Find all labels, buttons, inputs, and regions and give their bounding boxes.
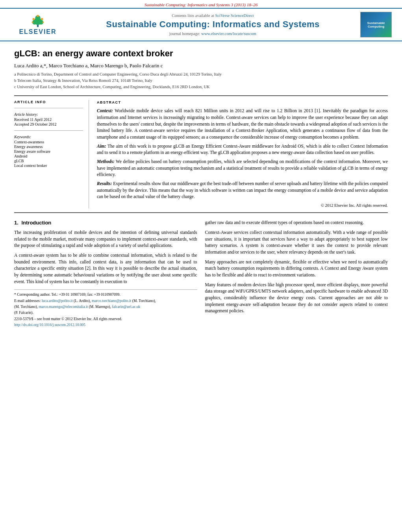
footnote-falcarin: (P. Falcarin).: [14, 310, 197, 315]
footnote-doi: http://dx.doi.org/10.1016/j.suscom.2012.…: [14, 323, 197, 328]
journal-title: Sustainable Computing: Informatics and S…: [69, 19, 356, 30]
journal-thumb-text: Sustainable Computing: [361, 21, 391, 28]
methods-text: We define policies based on battery cons…: [97, 159, 388, 177]
right-paragraph-3: gather raw data and to execute different…: [205, 219, 388, 226]
context-label: Context:: [97, 108, 113, 113]
page: Sustainable Computing: Informatics and S…: [0, 0, 402, 532]
authors-line: Luca Ardito a,*, Marco Torchiano a, Marc…: [14, 63, 388, 69]
footnote-email3-link[interactable]: marco.marengo@telecomitalia.it: [39, 305, 88, 309]
affiliations: a Politecnico di Torino, Department of C…: [14, 71, 388, 90]
keyword-2: Energy awareness: [14, 145, 83, 149]
footnote-doi-link[interactable]: http://dx.doi.org/10.1016/j.suscom.2012.…: [14, 323, 85, 327]
info-divider-top: [14, 108, 83, 108]
elsevier-logo-area: ELSEVIER: [6, 14, 69, 35]
main-content: 1. Introduction The increasing prolifera…: [14, 219, 388, 328]
article-info-col: ARTICLE INFO Article history: Received 1…: [14, 100, 89, 208]
footnote-issn: 2210-5379/$ – see front matter © 2012 El…: [14, 317, 197, 322]
affiliation-b: b Telecom Italia, Strategy & Innovation,…: [14, 78, 388, 84]
journal-thumbnail: Sustainable Computing: [356, 12, 396, 37]
abstract-col: ABSTRACT Context: Worldwide mobile devic…: [97, 100, 388, 208]
keyword-6: Local context broker: [14, 163, 83, 168]
svg-point-6: [41, 18, 43, 20]
keyword-4: Android: [14, 154, 83, 158]
right-paragraph-6: Many features of modern devices like hig…: [205, 282, 388, 314]
article-info-title: ARTICLE INFO: [14, 100, 83, 104]
article-title: gLCB: an energy aware context broker: [14, 48, 388, 59]
article-body: gLCB: an energy aware context broker Luc…: [0, 41, 402, 336]
intro-paragraph-2: A context-aware system has to be able to…: [14, 252, 197, 285]
abstract-methods: Methods: We define policies based on bat…: [97, 158, 388, 178]
elsevier-tree-icon: [28, 14, 48, 28]
context-text: Worldwide mobile device sales will reach…: [97, 108, 388, 139]
svg-point-7: [32, 22, 33, 23]
history-label: Article history:: [14, 112, 83, 117]
info-divider-mid: [14, 130, 83, 131]
footnote-email-label: E-mail addresses:: [14, 299, 41, 303]
results-text: Experimental results show that our middl…: [97, 181, 388, 199]
footnote-email2-name: (M. Torchiano),: [132, 299, 156, 303]
affiliation-b-text: b Telecom Italia, Strategy & Innovation,…: [14, 78, 152, 84]
abstract-results: Results: Experimental results show that …: [97, 180, 388, 200]
footnote-emails2: (M. Torchiano), marco.marengo@telecomita…: [14, 304, 197, 310]
accepted-date: Accepted 29 October 2012: [14, 122, 83, 126]
affiliation-c-text: c University of East London, School of A…: [14, 84, 210, 90]
intro-paragraph-1: The increasing proliferation of mobile d…: [14, 229, 197, 249]
col-right: gather raw data and to execute different…: [205, 219, 388, 328]
elsevier-wordmark: ELSEVIER: [19, 28, 56, 35]
journal-citation: Sustainable Computing: Informatics and S…: [144, 2, 258, 7]
copyright-line: © 2012 Elsevier Inc. All rights reserved…: [97, 202, 388, 208]
abstract-title: ABSTRACT: [97, 100, 388, 105]
svg-point-9: [37, 15, 39, 17]
svg-point-8: [42, 22, 44, 23]
footnote-email1-link[interactable]: luca.ardito@polito.it: [42, 299, 73, 303]
sciverse-link[interactable]: SciVerse ScienceDirect: [215, 13, 254, 18]
affiliation-a: a Politecnico di Torino, Department of C…: [14, 71, 388, 78]
col-left: 1. Introduction The increasing prolifera…: [14, 219, 197, 328]
intro-heading: 1. Introduction: [14, 219, 197, 227]
header-divider: [14, 95, 388, 96]
journal-homepage-link[interactable]: www.elsevier.com/locate/suscom: [201, 32, 256, 36]
info-abstract-section: ARTICLE INFO Article history: Received 1…: [14, 100, 388, 208]
footnote-email3-name: (M. Marengo),: [89, 305, 112, 309]
keywords-label: Keywords:: [14, 135, 83, 139]
keyword-5: gLCB: [14, 159, 83, 163]
footnote-email1-name: (L. Ardito),: [74, 299, 91, 303]
keyword-1: Context-awareness: [14, 140, 83, 144]
abstract-bottom-divider: [14, 212, 388, 213]
journal-homepage-line: journal homepage: www.elsevier.com/locat…: [69, 32, 356, 36]
aim-label: Aim:: [97, 144, 106, 148]
svg-point-5: [33, 18, 35, 20]
journal-cover-thumb: Sustainable Computing: [360, 12, 392, 37]
section-title: Introduction: [21, 220, 51, 226]
received-date: Received 11 April 2012: [14, 117, 83, 122]
aim-text: The aim of this work is to propose gLCB …: [97, 144, 388, 155]
results-label: Results:: [97, 181, 112, 186]
authors-text: Luca Ardito a,*, Marco Torchiano a, Marc…: [14, 63, 163, 69]
abstract-aim: Aim: The aim of this work is to propose …: [97, 143, 388, 156]
footnote-area: * Corresponding author. Tel.: +39 01 109…: [14, 289, 197, 328]
footnote-emails: E-mail addresses: luca.ardito@polito.it …: [14, 298, 197, 304]
footnote-email4-link[interactable]: falcarin@uel.ac.uk: [112, 305, 140, 309]
affiliation-c: c University of East London, School of A…: [14, 84, 388, 90]
journal-top-bar: Sustainable Computing: Informatics and S…: [0, 0, 402, 9]
journal-header: ELSEVIER Contents lists available at Sci…: [0, 9, 402, 41]
right-paragraph-4: Context-Aware services collect contextua…: [205, 229, 388, 256]
footnote-corresponding: * Corresponding author. Tel.: +39 01 109…: [14, 292, 197, 297]
keyword-3: Energy aware software: [14, 149, 83, 154]
elsevier-logo: ELSEVIER: [14, 14, 61, 35]
keywords-list: Context-awareness Energy awareness Energ…: [14, 140, 83, 168]
section-number: 1.: [14, 220, 19, 226]
methods-label: Methods:: [97, 159, 115, 164]
sciverse-line: Contents lists available at SciVerse Sci…: [69, 13, 356, 18]
right-paragraph-5: Many approaches are not completely dynam…: [205, 259, 388, 278]
abstract-context: Context: Worldwide mobile device sales w…: [97, 108, 388, 140]
footnote-email2-link[interactable]: marco.torchiano@polito.it: [92, 299, 132, 303]
journal-header-center: Contents lists available at SciVerse Sci…: [69, 13, 356, 35]
affiliation-a-text: a Politecnico di Torino, Department of C…: [14, 71, 222, 78]
